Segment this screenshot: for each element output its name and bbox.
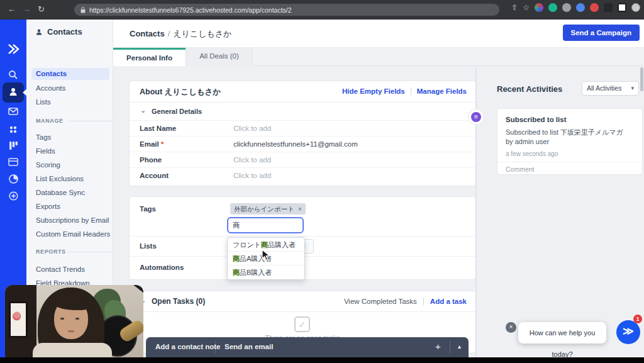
add-contact-note-button[interactable]: Add a contact note [155,343,221,350]
tab-bar: Personal Info All Deals (0) [113,48,644,66]
sidebar-item-custom-email-headers[interactable]: Custom Email Headers [31,228,109,240]
tag-chip[interactable]: 外部からインポート× [230,203,306,215]
contacts-person-icon[interactable] [0,87,26,97]
about-card: About えりこしもさか Hide Empty Fields Manage F… [129,81,476,186]
search-icon[interactable] [0,70,26,80]
field-row-phone: Phone Click to add [130,152,475,168]
browser-back-icon[interactable]: ← [8,4,16,14]
webcam-person-eye [60,318,64,320]
field-row-email: Email* clickfunnelstestfunnels+11@gmail.… [130,137,475,152]
opt-pre: フロント [233,241,261,249]
opt-match: 商 [233,255,240,262]
sidebar-item-accounts[interactable]: Accounts [31,82,109,94]
manage-fields-link[interactable]: Manage Fields [417,87,467,95]
tags-card: Tags 外部からインポート× Lists Automations Add フロ… [129,196,476,280]
note-bar-plus-icon[interactable]: + [435,341,441,352]
app-screenshot: ← → ↻ https://clickfunnelstestfunnels679… [0,0,644,363]
browser-reload-icon[interactable]: ↻ [38,4,45,14]
email-value[interactable]: clickfunnelstestfunnels+11@gmail.com [233,140,358,148]
extensions-pin-icon[interactable] [604,3,613,12]
note-bar-divider [215,341,216,354]
sidebar-item-lists[interactable]: Lists [31,96,109,108]
recent-activities-title: Recent Activities [497,84,562,94]
sidebar-item-exports[interactable]: Exports [31,201,109,213]
campaigns-card-icon[interactable] [0,158,26,166]
extension-blue-icon[interactable] [576,3,585,12]
activecampaign-logo-icon[interactable] [0,43,26,55]
add-plus-icon[interactable] [0,191,26,201]
general-details-row[interactable]: ⌄ General Details [130,103,475,121]
tag-remove-icon[interactable]: × [298,205,302,213]
webcam-person-eye [75,318,79,320]
url-text: https://clickfunnelstestfunnels67925.act… [89,6,292,14]
activities-filter-dropdown[interactable]: All Activities ▾ [582,81,639,96]
lists-label: Lists [140,242,157,250]
opt-match: 商 [233,269,240,276]
browser-profile-avatar[interactable] [631,3,640,12]
chevron-down-icon: ⌄ [140,106,146,114]
chat-message-bubble[interactable]: How can we help you today? [518,322,606,343]
address-bar[interactable]: https://clickfunnelstestfunnels67925.act… [74,4,499,16]
sidebar-item-contact-trends[interactable]: Contact Trends [31,264,109,276]
link-divider [423,298,424,305]
about-card-header: About えりこしもさか Hide Empty Fields Manage F… [130,81,475,103]
sidebar-item-tags[interactable]: Tags [31,131,109,143]
browser-forward-icon[interactable]: → [23,4,31,14]
scrollbar-thumb[interactable] [640,67,643,91]
chat-logo-icon: ≫ [623,325,634,337]
tag-search-input[interactable] [227,217,304,233]
sidebar-section-manage: MANAGE [36,118,64,124]
chat-launcher-button[interactable]: ≫ [616,320,640,344]
account-value[interactable]: Click to add [233,172,271,179]
browser-chrome: ← → ↻ https://clickfunnelstestfunnels679… [0,0,644,20]
activity-body: Subscribed to list 下坂栄里子メルマガ by admin us… [506,128,631,147]
note-bar-collapse-icon[interactable]: ▴ [458,343,461,350]
add-task-link[interactable]: Add a task [430,298,467,305]
sidebar-item-database-sync[interactable]: Database Sync [31,187,109,199]
last-name-label: Last Name [140,125,176,132]
view-completed-tasks-link[interactable]: View Completed Tasks [344,298,417,305]
page-header: Contacts/えりこしもさか Send a Campaign [113,20,644,48]
opt-post: 品購入者 [268,241,296,249]
sidebar-item-list-exclusions[interactable]: List Exclusions [31,173,109,185]
last-name-value[interactable]: Click to add [233,125,271,132]
sidebar-section-reports: REPORTS [36,249,66,255]
breadcrumb-contacts[interactable]: Contacts [130,29,165,38]
share-icon[interactable]: ⇧ [511,3,518,12]
hide-empty-fields-link[interactable]: Hide Empty Fields [342,87,405,95]
phone-label: Phone [140,156,162,164]
tab-personal-info[interactable]: Personal Info [113,48,186,66]
send-email-button[interactable]: Send an email [225,343,273,350]
send-campaign-button[interactable]: Send a Campaign [563,25,640,41]
sidebar-header: Contacts [35,27,82,36]
activity-card: Subscribed to list Subscribed to list 下坂… [497,108,643,175]
tags-row: Tags 外部からインポート× [130,197,475,237]
sidebar-item-fields[interactable]: Fields [31,145,109,157]
extension-red-icon[interactable] [590,3,599,12]
chat-close-icon[interactable]: × [506,322,516,333]
sidebar-item-scoring[interactable]: Scoring [31,159,109,171]
opt-post: 品B購入者 [240,269,272,276]
about-title: About えりこしもさか [140,87,221,98]
sidebar-item-contacts[interactable]: Contacts [31,68,109,80]
window-icon[interactable] [618,3,626,12]
extension-colorwheel-icon[interactable] [535,3,543,12]
activity-title: Subscribed to list [506,116,567,123]
extension-gray-icon[interactable] [562,3,571,12]
tab-all-deals[interactable]: All Deals (0) [186,48,253,66]
kanban-deals-icon[interactable] [0,141,26,150]
site-tracking-icon[interactable] [0,125,26,135]
tags-label: Tags [140,205,156,213]
open-tasks-header: ⌄ Open Tasks (0) View Completed Tasks Ad… [130,291,475,312]
field-row-account: Account Click to add [130,168,475,184]
phone-value[interactable]: Click to add [233,156,271,164]
open-tasks-title: Open Tasks (0) [152,297,205,306]
extension-green-icon[interactable] [548,3,557,12]
tag-option-product-b[interactable]: 商品B購入者 [228,265,304,279]
email-envelope-icon[interactable] [0,108,26,115]
activity-comment-field[interactable]: Comment [506,165,535,173]
empty-tasks-checkbox-icon: ✓ [294,316,310,332]
sidebar-item-subscriptions-by-email[interactable]: Subscriptions by Email [31,215,109,226]
bookmark-star-icon[interactable]: ☆ [523,3,530,12]
reports-pie-icon[interactable] [0,174,26,184]
